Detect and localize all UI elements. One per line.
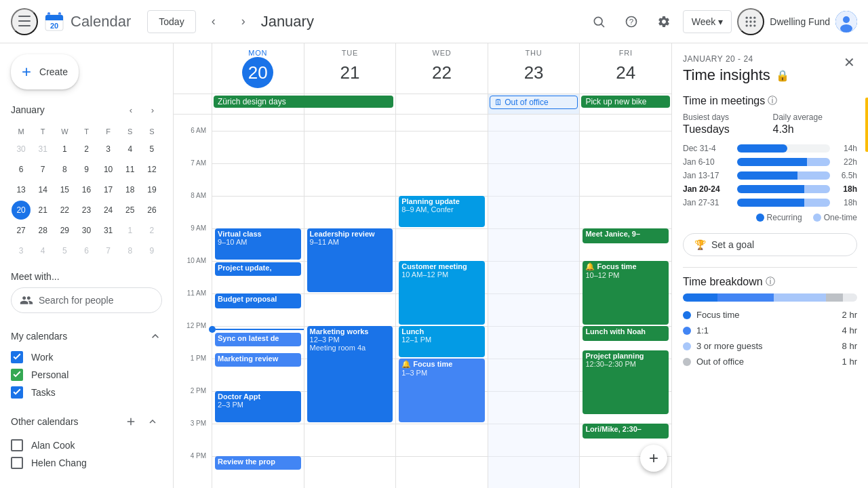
mini-cal-day[interactable]: 10 [99,160,118,179]
mini-cal-day[interactable]: 1 [121,221,140,240]
prev-period-button[interactable]: ‹ [201,9,226,34]
insights-close-button[interactable]: ✕ [838,52,860,73]
mini-cal-next[interactable]: › [143,100,162,119]
mini-cal-day[interactable]: 4 [121,140,140,159]
mini-cal-day[interactable]: 27 [12,221,31,240]
mini-cal-day[interactable]: 8 [55,160,74,179]
breakdown-info-icon[interactable]: ⓘ [766,276,775,288]
google-apps-button[interactable] [737,8,764,35]
mini-cal-day[interactable]: 21 [33,201,52,220]
event-project-update[interactable]: Project update, [215,262,301,276]
mini-cal-day[interactable]: 15 [55,180,74,199]
mini-cal-day[interactable]: 7 [33,160,52,179]
mini-cal-day[interactable]: 2 [77,140,96,159]
event-doctor-appt[interactable]: Doctor Appt 2–3 PM [215,391,301,422]
view-selector[interactable]: Week ▾ [683,10,732,33]
mini-cal-day[interactable]: 17 [99,180,118,199]
search-people-input[interactable]: Search for people [11,287,162,313]
today-button[interactable]: Today [147,10,195,33]
mini-cal-day[interactable]: 29 [55,221,74,240]
event-meet-janice[interactable]: Meet Janice, 9– [583,228,669,243]
set-goal-button[interactable]: 🏆 Set a goal [683,233,857,256]
add-other-calendar-button[interactable] [121,412,140,431]
pick-up-bike-event[interactable]: Pick up new bike [581,96,670,108]
event-lunch-noah[interactable]: Lunch with Noah [583,326,669,341]
event-leadership-review[interactable]: Leadership review 9–11 AM [307,228,393,292]
mini-cal-day[interactable]: 7 [99,241,118,260]
mini-cal-day[interactable]: 2 [142,221,161,240]
mini-cal-day[interactable]: 31 [33,140,52,159]
mini-cal-day[interactable]: 30 [12,140,31,159]
mini-cal-day[interactable]: 30 [77,221,96,240]
mini-cal-day[interactable]: 23 [77,201,96,220]
mini-cal-day[interactable]: 14 [33,180,52,199]
week-bar-combined [737,158,830,166]
mini-cal-day-today[interactable]: 20 [12,201,31,220]
help-button[interactable]: ? [618,8,645,35]
mini-cal-prev[interactable]: ‹ [121,100,140,119]
mini-cal-day[interactable]: 3 [12,241,31,260]
mini-cal-day[interactable]: 9 [142,241,161,260]
settings-button[interactable] [650,8,677,35]
menu-button[interactable] [11,8,38,35]
week-day-num-tue[interactable]: 21 [334,57,366,88]
event-sync-latest[interactable]: Sync on latest de [215,333,301,346]
event-customer-meeting[interactable]: Customer meeting 10 AM–12 PM [399,261,485,325]
week-day-num-fri[interactable]: 24 [610,57,642,88]
event-budget-proposal[interactable]: Budget proposal [215,293,301,308]
collapse-other-calendars-button[interactable] [143,412,162,431]
mini-cal-day[interactable]: 13 [12,180,31,199]
mini-cal-day[interactable]: 16 [77,180,96,199]
event-focus-time-wed[interactable]: 🔔 Focus time 1–3 PM [399,359,485,422]
event-virtual-class[interactable]: Virtual class 9–10 AM [215,228,301,260]
mini-cal-day[interactable]: 28 [33,221,52,240]
mini-cal-day[interactable]: 18 [121,180,140,199]
mini-cal-day[interactable]: 25 [121,201,140,220]
mini-cal-day[interactable]: 5 [55,241,74,260]
event-marketing-workshop[interactable]: Marketing works 12–3 PM Meeting room 4a [307,326,393,422]
zurich-event[interactable]: Zürich design days [214,96,393,108]
info-icon[interactable]: ⓘ [768,95,777,107]
event-marketing-review[interactable]: Marketing review [215,353,301,367]
mini-cal-day[interactable]: 6 [12,160,31,179]
mini-cal-day[interactable]: 9 [77,160,96,179]
event-focus-time-fri[interactable]: 🔔 Focus time 10–12 PM [583,261,669,325]
event-planning-update[interactable]: Planning update 8–9 AM, Confer [399,196,485,227]
mini-cal-day[interactable]: 5 [142,140,161,159]
week-day-num-thu[interactable]: 23 [518,57,549,88]
mini-cal-day[interactable]: 4 [33,241,52,260]
calendar-item-personal[interactable]: Personal [11,366,162,384]
search-button[interactable] [585,8,612,35]
create-button[interactable]: + Create [11,54,79,89]
other-calendar-item-alan[interactable]: Alan Cook [11,436,162,454]
mini-cal-day[interactable]: 1 [55,140,74,159]
mini-cal-day[interactable]: 24 [99,201,118,220]
mini-cal-day[interactable]: 26 [142,201,161,220]
mini-cal-day[interactable]: 8 [121,241,140,260]
calendar-main: MON 20 TUE 21 WED 22 THU 23 FRI 24 [174,43,671,488]
mini-cal-day[interactable]: 6 [77,241,96,260]
mini-cal-day[interactable]: 12 [142,160,161,179]
breakdown-item-focus: Focus time 2 hr [683,310,857,320]
week-day-num-wed[interactable]: 22 [426,57,457,88]
mini-cal-day[interactable]: 3 [99,140,118,159]
event-project-planning[interactable]: Project planning 12:30–2:30 PM [583,350,669,414]
event-review-prop[interactable]: Review the prop [215,456,301,470]
mini-cal-day[interactable]: 19 [142,180,161,199]
create-label: Create [39,66,68,77]
mini-cal-day[interactable]: 11 [121,160,140,179]
breakdown-bar-focus [683,293,717,302]
floating-add-button[interactable]: + [640,445,667,472]
week-day-num-mon[interactable]: 20 [242,57,273,88]
calendar-item-tasks[interactable]: Tasks [11,384,162,401]
my-calendars-header[interactable]: My calendars [11,324,162,348]
account-area[interactable]: Dwelling Fund [770,11,857,33]
mini-cal-day[interactable]: 22 [55,201,74,220]
event-lunch-wed[interactable]: Lunch 12–1 PM [399,326,485,357]
event-lori-mike[interactable]: Lori/Mike, 2:30– [583,424,669,439]
calendar-item-work[interactable]: Work [11,348,162,366]
mini-cal-day[interactable]: 31 [99,221,118,240]
other-calendar-item-helen[interactable]: Helen Chang [11,454,162,472]
out-of-office-event[interactable]: 🗓 Out of office [490,96,578,109]
next-period-button[interactable]: › [231,9,256,34]
